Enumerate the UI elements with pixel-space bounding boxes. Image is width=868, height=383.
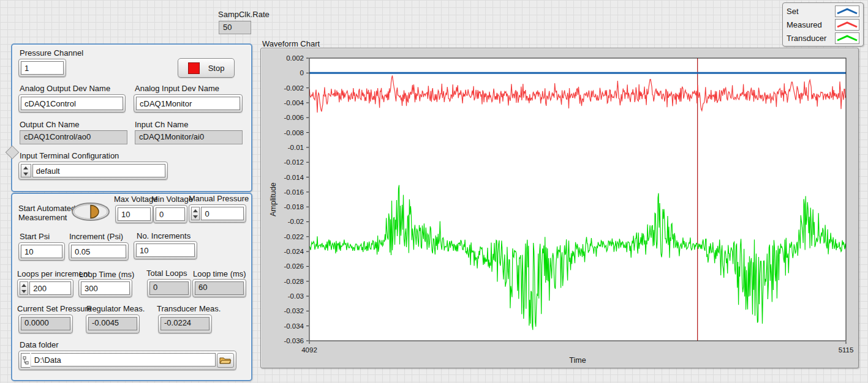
no-increments-input[interactable] (136, 244, 195, 257)
svg-text:-0.01: -0.01 (288, 144, 304, 151)
regulator-meas-label: Regulator Meas. (86, 304, 145, 313)
increment-psi-label: Increment (Psi) (69, 232, 123, 241)
data-folder-input[interactable] (31, 353, 216, 366)
regulator-meas-indicator: -0.0045 (86, 314, 140, 333)
max-voltage-field (115, 205, 153, 223)
legend-item-transducer[interactable]: Transducer (787, 32, 859, 45)
analog-input-dev-field (134, 94, 243, 113)
loops-per-increment-field (17, 279, 74, 297)
input-terminal-config-field (18, 162, 168, 180)
pressure-channel-label: Pressure Channel (20, 48, 83, 58)
transducer-meas-indicator: -0.0224 (158, 314, 212, 333)
svg-text:-0.028: -0.028 (284, 278, 304, 285)
pressure-channel-field (18, 59, 66, 77)
analog-output-dev-input[interactable] (21, 97, 123, 110)
svg-text:Time: Time (569, 356, 586, 365)
output-ch-name-label: Output Ch Name (20, 120, 80, 129)
svg-text:-0.002: -0.002 (284, 84, 304, 92)
max-voltage-input[interactable] (118, 207, 151, 221)
stop-square-icon (188, 62, 200, 74)
svg-text:4092: 4092 (301, 346, 317, 354)
input-ch-name-indicator: cDAQ1Monitor/ai0 (135, 130, 243, 144)
decoration-diamond (6, 146, 20, 160)
loop-time-field (78, 279, 132, 297)
legend-item-measured[interactable]: Measured (787, 18, 859, 31)
start-automated-label-2: Measurement (18, 213, 67, 222)
svg-text:-0.006: -0.006 (284, 114, 304, 121)
increment-psi-field (69, 242, 129, 261)
manual-pressure-label: Manual Pressure (189, 194, 249, 203)
output-ch-name-indicator: cDAQ1Control/ao0 (20, 130, 127, 144)
increment-arrow[interactable] (20, 282, 28, 288)
legend-item-set[interactable]: Set (787, 5, 859, 18)
transducer-meas-value: -0.0224 (160, 317, 209, 330)
analog-input-dev-input[interactable] (136, 97, 240, 110)
data-folder-label: Data folder (20, 340, 59, 349)
svg-text:-0.014: -0.014 (284, 174, 304, 181)
svg-text:-0.034: -0.034 (284, 322, 304, 330)
total-loops-indicator: 0 (147, 279, 191, 297)
loop-time2-indicator: 60 (192, 279, 246, 297)
loop-time-label: Loop Time (ms) (79, 270, 134, 279)
start-psi-label: Start Psi (20, 232, 50, 241)
svg-text:-0.022: -0.022 (284, 233, 304, 240)
svg-text:-0.012: -0.012 (284, 158, 304, 166)
device-config-panel: Pressure Channel Stop Analog Output Dev … (11, 43, 252, 192)
chart-title: Waveform Chart (262, 39, 320, 48)
input-terminal-config-input[interactable] (32, 164, 165, 177)
start-psi-input[interactable] (21, 245, 62, 258)
loop-time-input[interactable] (81, 281, 130, 295)
loop-time2-value: 60 (195, 281, 244, 295)
current-set-pressure-value: 0.0000 (21, 317, 70, 330)
decrement-arrow[interactable] (192, 214, 199, 220)
input-ch-name-label: Input Ch Name (135, 120, 188, 129)
increment-psi-input[interactable] (71, 245, 126, 258)
input-terminal-spinner (21, 164, 31, 177)
svg-text:-0.004: -0.004 (284, 99, 304, 106)
min-voltage-label: Min Voltage (151, 195, 193, 204)
start-automated-toggle[interactable] (71, 202, 111, 221)
manual-pressure-input[interactable] (201, 207, 244, 220)
regulator-meas-value: -0.0045 (88, 317, 137, 330)
analog-output-dev-label: Analog Output Dev Name (20, 84, 110, 93)
svg-text:-0.026: -0.026 (284, 262, 304, 270)
stop-button-label: Stop (208, 64, 225, 73)
browse-folder-button[interactable] (217, 353, 234, 368)
labview-front-panel: SampClk.Rate 50 Pressure Channel Stop An… (0, 0, 868, 383)
svg-text:0: 0 (300, 69, 304, 76)
no-increments-label: No. Increments (137, 231, 191, 240)
loops-per-increment-spinner (20, 281, 28, 295)
increment-arrow[interactable] (192, 207, 199, 214)
svg-text:Amplitude: Amplitude (269, 182, 277, 217)
svg-text:-0.024: -0.024 (284, 248, 304, 255)
svg-text:-0.03: -0.03 (288, 292, 304, 300)
input-terminal-config-label: Input Terminal Configuration (20, 151, 119, 160)
svg-text:-0.036: -0.036 (284, 337, 304, 344)
start-psi-field (18, 242, 65, 261)
folder-icon (219, 356, 232, 365)
svg-text:0.002: 0.002 (286, 54, 304, 62)
manual-pressure-spinner (191, 207, 200, 220)
increment-arrow[interactable] (21, 165, 31, 171)
legend-transducer-label: Transducer (787, 34, 826, 43)
total-loops-label: Total Loops (146, 269, 187, 278)
transducer-meas-label: Transducer Meas. (157, 304, 221, 313)
stop-button[interactable]: Stop (178, 58, 235, 78)
pressure-channel-input[interactable] (21, 61, 64, 75)
svg-text:-0.032: -0.032 (284, 307, 304, 314)
loop-time2-label: Loop time (ms) (193, 269, 246, 278)
automation-panel: Start Automated Measurement Max Voltage … (11, 193, 252, 381)
svg-text:-0.02: -0.02 (288, 218, 304, 225)
waveform-plot[interactable]: 0.0020-0.002-0.004-0.006-0.008-0.01-0.01… (260, 48, 858, 367)
loops-per-increment-input[interactable] (29, 281, 71, 295)
plot-legend: Set Measured Transducer (782, 2, 864, 46)
sampclk-rate-label: SampClk.Rate (218, 10, 270, 19)
min-voltage-field (153, 205, 187, 223)
no-increments-field (134, 241, 197, 259)
svg-text:-0.016: -0.016 (284, 188, 304, 196)
data-folder-field (18, 351, 236, 370)
decrement-arrow[interactable] (20, 288, 28, 294)
legend-measured-label: Measured (787, 20, 822, 29)
min-voltage-input[interactable] (156, 207, 185, 221)
decrement-arrow[interactable] (21, 171, 31, 177)
